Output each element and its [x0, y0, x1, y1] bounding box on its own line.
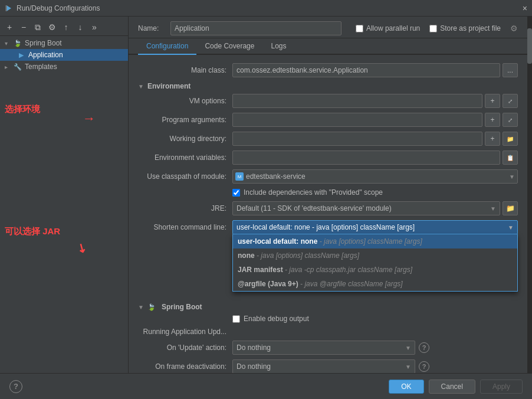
option-argfile-main: @argfile (Java 9+)	[238, 280, 298, 288]
program-args-input[interactable]	[232, 113, 482, 127]
select-jar-annotation: 可以选择 JAR	[5, 226, 60, 237]
on-update-value: Do nothing	[237, 344, 271, 352]
global-help-button[interactable]: ?	[9, 380, 22, 393]
enable-debug-checkbox[interactable]	[232, 315, 240, 323]
apply-button[interactable]: Apply	[480, 380, 523, 394]
add-button[interactable]: +	[4, 21, 15, 33]
ok-button[interactable]: OK	[389, 380, 423, 394]
jre-label: JRE:	[138, 204, 226, 212]
working-dir-add-button[interactable]: +	[485, 132, 500, 146]
shorten-cmd-dropdown[interactable]: user-local default: none - java [options…	[232, 220, 518, 234]
env-vars-browse-button[interactable]: 📋	[503, 151, 518, 165]
on-frame-select[interactable]: Do nothing ▼	[232, 359, 415, 373]
tree-item-spring-boot[interactable]: ▾ 🍃 Spring Boot	[0, 37, 128, 49]
shorten-cmd-label: Shorten command line:	[138, 223, 226, 231]
vm-options-input[interactable]	[232, 94, 482, 108]
remove-button[interactable]: −	[18, 21, 29, 33]
on-frame-row: On frame deactivation: Do nothing ▼ ?	[138, 359, 518, 373]
dropdown-option-argfile[interactable]: @argfile (Java 9+) - java @argfile class…	[233, 277, 517, 291]
tab-code-coverage[interactable]: Code Coverage	[196, 38, 262, 55]
main-class-row: Main class: ...	[138, 63, 518, 77]
working-dir-input[interactable]	[232, 132, 482, 146]
on-frame-value: Do nothing	[237, 362, 271, 371]
include-deps-checkbox[interactable]	[232, 189, 240, 197]
on-frame-help-button[interactable]: ?	[419, 361, 429, 372]
main-class-input[interactable]	[232, 63, 500, 77]
spring-boot-section-title: Spring Boot	[162, 303, 202, 311]
option-user-local-sub: - java [options] className [args]	[320, 237, 422, 246]
jre-browse-button[interactable]: 📁	[503, 201, 518, 215]
select-env-annotation: 选择环境	[5, 104, 40, 115]
module-value: edtestbank-service	[246, 172, 507, 181]
bottom-bar: ? OK Cancel Apply	[0, 373, 532, 399]
module-select[interactable]: M edtestbank-service ▼	[232, 169, 518, 184]
dropdown-option-jar[interactable]: JAR manifest - java -cp classpath.jar cl…	[233, 263, 517, 277]
store-settings-button[interactable]: ⚙	[510, 24, 518, 33]
browse-button[interactable]: ...	[503, 63, 518, 77]
option-argfile-sub: - java @argfile className [args]	[300, 280, 403, 288]
move-up-button[interactable]: ↑	[60, 21, 72, 33]
env-vars-label: Environment variables:	[138, 153, 226, 162]
cancel-button[interactable]: Cancel	[429, 380, 475, 394]
vm-options-label: VM options:	[138, 97, 226, 105]
chevron-right-icon: ▸	[5, 64, 13, 70]
spring-boot-section-header[interactable]: ▼ 🍃 Spring Boot	[138, 303, 518, 311]
dropdown-option-none[interactable]: none - java [options] className [args]	[233, 248, 517, 263]
name-input[interactable]	[170, 21, 341, 35]
on-update-help-button[interactable]: ?	[419, 342, 429, 353]
svg-rect-1	[5, 5, 7, 11]
jre-arrow-icon: ▼	[490, 205, 496, 212]
tabs-bar: Configuration Code Coverage Logs	[129, 38, 527, 55]
application-icon: ▶	[17, 50, 26, 60]
jre-select[interactable]: Default (11 - SDK of 'edtestbank-service…	[232, 201, 500, 215]
on-update-select[interactable]: Do nothing ▼	[232, 341, 415, 355]
vm-options-row: VM options: + ⤢	[138, 94, 518, 108]
environment-section-title: Environment	[147, 82, 191, 90]
diagonal-arrow-icon: ↘	[74, 239, 90, 256]
settings-button[interactable]: ⚙	[46, 21, 58, 33]
program-args-label: Program arguments:	[138, 116, 226, 124]
name-label: Name:	[138, 24, 165, 32]
allow-parallel-checkbox[interactable]: Allow parallel run	[356, 24, 420, 32]
on-update-label: On 'Update' action:	[138, 344, 226, 352]
tree-item-templates[interactable]: ▸ 🔧 Templates	[0, 61, 128, 73]
args-expand-button[interactable]: ⤢	[503, 113, 518, 127]
template-icon: 🔧	[13, 62, 22, 71]
more-button[interactable]: »	[88, 21, 100, 33]
tab-configuration[interactable]: Configuration	[138, 38, 196, 55]
svg-marker-0	[6, 5, 11, 11]
main-class-label: Main class:	[138, 66, 226, 74]
tab-logs[interactable]: Logs	[262, 38, 294, 55]
tree-item-application[interactable]: ▶ Application	[0, 49, 128, 61]
store-project-checkbox[interactable]: Store as project file	[429, 24, 501, 32]
titlebar-title: Run/Debug Configurations	[17, 4, 100, 12]
titlebar: Run/Debug Configurations ×	[0, 0, 532, 17]
scrollbar-thumb[interactable]	[527, 28, 532, 64]
args-add-button[interactable]: +	[485, 113, 500, 127]
chevron-down-icon: ▾	[5, 40, 13, 47]
dropdown-option-user-local[interactable]: user-local default: none - java [options…	[233, 234, 517, 248]
option-jar-main: JAR manifest	[238, 266, 283, 274]
working-dir-browse-button[interactable]: 📁	[503, 132, 518, 146]
include-deps-row: Include dependencies with "Provided" sco…	[232, 188, 518, 197]
on-update-arrow-icon: ▼	[405, 345, 411, 351]
vm-add-button[interactable]: +	[485, 94, 500, 108]
env-vars-row: Environment variables: 📋	[138, 151, 518, 165]
enable-debug-row: Enable debug output	[232, 315, 518, 323]
env-vars-input[interactable]	[232, 151, 500, 165]
on-frame-label: On frame deactivation:	[138, 362, 226, 371]
move-down-button[interactable]: ↓	[74, 21, 86, 33]
close-button[interactable]: ×	[523, 4, 527, 13]
copy-button[interactable]: ⧉	[32, 21, 44, 33]
option-user-local-main: user-local default: none	[238, 237, 317, 246]
vm-expand-button[interactable]: ⤢	[503, 94, 518, 108]
module-arrow-icon: ▼	[509, 174, 515, 180]
spring-boot-section-icon: 🍃	[147, 303, 156, 311]
running-app-label: Running Application Upd...	[138, 328, 226, 336]
shorten-cmd-arrow-icon: ▼	[508, 224, 514, 231]
working-dir-row: Working directory: + 📁	[138, 132, 518, 146]
jre-value: Default (11 - SDK of 'edtestbank-service…	[237, 204, 392, 212]
right-arrow-icon: →	[83, 111, 96, 126]
sidebar: + − ⧉ ⚙ ↑ ↓ » ▾ 🍃 Spring Boot ▶ Applicat…	[0, 17, 129, 373]
environment-section-header[interactable]: ▼ Environment	[138, 82, 518, 90]
